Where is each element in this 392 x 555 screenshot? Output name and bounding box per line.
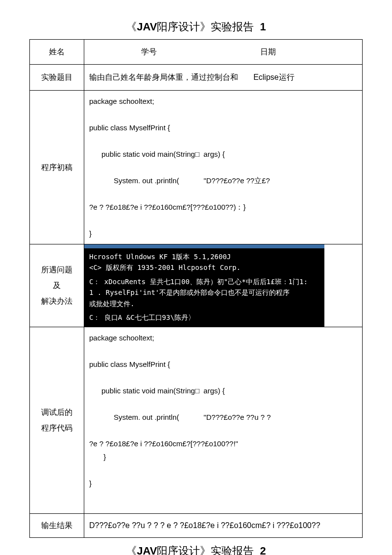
report-title-2: 《JAV阳序设计》实验报告 2 [29,544,363,555]
problem-label: 所遇问题 及 解决办法 [30,244,84,327]
id-date-cell: 学号 日期 [84,40,363,65]
problem-label-2: 及 [35,278,79,293]
terminal-titlebar [84,244,324,248]
terminal-cell: Hcrosoft Ulndows KF 1版本 5.1,2600J <C> 版权… [84,244,363,327]
date-label: 日期 [209,47,328,57]
result-label: 输生结果 [30,514,84,538]
debug-label-1: 调试后的 [35,405,79,420]
terminal-line: <C> 版权所有 1935-2001 Hlcposoft Corp. [89,262,319,273]
debug-code: package schooltext; public class MyselfP… [89,331,357,490]
topic-text1: 输由自己姓名年龄身局体重，通过控制台和 [89,73,238,81]
name-label: 姓名 [30,40,84,65]
debug-code-cell: package schooltext; public class MyselfP… [84,327,363,514]
title-prefix: 《 [126,21,137,33]
topic-cell: 输由自己姓名年龄身局体重，通过控制台和 Eclipse运行 [84,65,363,91]
terminal-line: 或批处理文件. [89,298,319,309]
debug-label: 调试后的 程序代码 [30,327,84,514]
draft-code-cell: package schooltext; public class MyselfP… [84,91,363,244]
title-prefix: 《 [126,545,137,555]
result-text: D???£o??e ??u ? ? ? e ? ?£o18£?e i ??£o1… [89,521,320,530]
id-label: 学号 [89,47,209,57]
terminal-line: Hcrosoft Ulndows KF 1版本 5.1,2600J [89,251,319,262]
terminal-output: Hcrosoft Ulndows KF 1版本 5.1,2600J <C> 版权… [84,244,324,327]
terminal-line: C： 良口A &C七七工口93\陈丹〉 [89,312,319,323]
problem-label-3: 解决办法 [35,293,79,309]
draft-code: package schooltext; public class MyselfP… [89,95,357,240]
problem-label-1: 所遇问题 [35,262,79,278]
topic-text2: Eclipse运行 [253,73,294,81]
report-title-1: 《JAV阳序设计》实验报告 1 [29,20,363,34]
title-bold: JAV [137,21,157,33]
title-rest: 阳序设计》实验报告 [157,545,254,555]
table-row: 调试后的 程序代码 package schooltext; public cla… [30,327,363,514]
table-row: 实验题目 输由自己姓名年龄身局体重，通过控制台和 Eclipse运行 [30,65,363,91]
table-row: 所遇问题 及 解决办法 Hcrosoft Ulndows KF 1版本 5.1,… [30,244,363,327]
table-row: 输生结果 D???£o??e ??u ? ? ? e ? ?£o18£?e i … [30,514,363,538]
terminal-line: 1 . RyselFpi'int'不是内部或外部命令口也不是可运行的程序 [89,287,319,298]
table-row: 姓名 学号 日期 [30,40,363,65]
result-cell: D???£o??e ??u ? ? ? e ? ?£o18£?e i ??£o1… [84,514,363,538]
table-row: 程序初稿 package schooltext; public class My… [30,91,363,244]
title-num: 1 [260,21,266,33]
title-rest: 阳序设计》实验报告 [157,21,254,33]
debug-label-2: 程序代码 [35,420,79,436]
draft-label: 程序初稿 [30,91,84,244]
report-table-1: 姓名 学号 日期 实验题目 输由自己姓名年龄身局体重，通过控制台和 Eclips… [29,39,363,538]
topic-label: 实验题目 [30,65,84,91]
terminal-line: C： xDocuRents 呈共七1口00、陈丹）初"己心*中后后1£班：1门1… [89,276,319,287]
title-bold: JAV [137,545,157,555]
title-num: 2 [260,545,266,555]
